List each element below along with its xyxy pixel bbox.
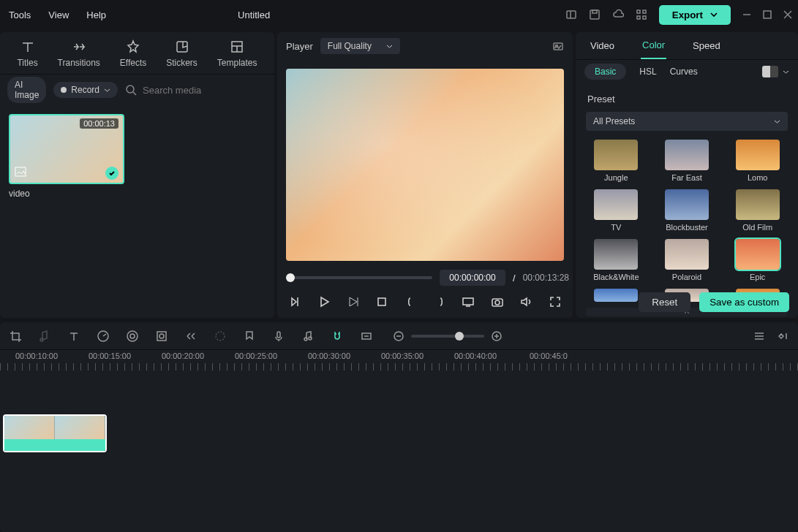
- camera-icon[interactable]: [491, 295, 503, 308]
- marker-icon[interactable]: [243, 330, 256, 343]
- video-track[interactable]: [0, 410, 798, 457]
- clip-name: video: [9, 189, 124, 199]
- preset-tv[interactable]: TV: [586, 189, 647, 232]
- subtab-hsl[interactable]: HSL: [639, 66, 656, 77]
- svg-point-29: [40, 338, 43, 341]
- svg-point-28: [495, 300, 500, 305]
- mask-icon[interactable]: [155, 330, 168, 343]
- preview-viewport[interactable]: [286, 69, 564, 261]
- menu-view[interactable]: View: [48, 10, 69, 20]
- preset-lomo[interactable]: Lomo: [727, 140, 788, 182]
- mark-in-icon[interactable]: [404, 295, 417, 308]
- chevron-down-icon: [104, 87, 110, 94]
- scrubber[interactable]: [286, 276, 432, 279]
- audio-icon[interactable]: [38, 330, 51, 343]
- search-input[interactable]: [143, 85, 266, 96]
- inspector-panel: Video Color Speed Basic HSL Curves Prese…: [576, 32, 798, 318]
- preset-polaroid[interactable]: Polaroid: [657, 239, 718, 281]
- ai-image-button[interactable]: AI Image: [7, 77, 46, 103]
- svg-rect-9: [764, 11, 771, 18]
- crop-icon[interactable]: [9, 330, 22, 343]
- snapshot-icon[interactable]: [552, 40, 564, 52]
- reset-button[interactable]: Reset: [639, 292, 690, 312]
- tab-titles[interactable]: Titles: [17, 39, 37, 68]
- preset-jungle[interactable]: Jungle: [586, 140, 647, 182]
- next-frame-icon[interactable]: [347, 295, 359, 308]
- svg-rect-6: [637, 16, 640, 19]
- more-tools-icon[interactable]: [184, 330, 197, 343]
- tab-color[interactable]: Color: [641, 32, 666, 59]
- preset-far-east[interactable]: Far East: [657, 140, 718, 182]
- preset-bw[interactable]: Black&White: [586, 239, 647, 281]
- preset-more-1[interactable]: [586, 289, 647, 302]
- play-icon[interactable]: [317, 295, 330, 308]
- quality-select[interactable]: Full Quality: [320, 38, 400, 54]
- cloud-icon[interactable]: [612, 9, 624, 20]
- prev-frame-icon[interactable]: [289, 295, 301, 308]
- preset-select[interactable]: All Presets: [586, 112, 788, 131]
- svg-rect-7: [643, 16, 646, 19]
- stop-icon[interactable]: [375, 295, 388, 308]
- subtab-curves[interactable]: Curves: [670, 66, 698, 77]
- mark-out-icon[interactable]: [433, 295, 445, 308]
- save-icon[interactable]: [589, 9, 601, 20]
- tab-video[interactable]: Video: [589, 33, 616, 58]
- speed-icon[interactable]: [97, 330, 110, 343]
- magnetic-icon[interactable]: [331, 330, 344, 343]
- save-custom-button[interactable]: Save as custom: [699, 292, 789, 312]
- zoom-in-icon[interactable]: [490, 330, 503, 343]
- time-separator: /: [513, 273, 516, 284]
- chevron-down-icon: [774, 118, 780, 125]
- voiceover-icon[interactable]: [272, 330, 285, 343]
- tab-effects[interactable]: Effects: [120, 39, 146, 68]
- subtab-basic[interactable]: Basic: [584, 64, 626, 80]
- tab-templates[interactable]: Templates: [217, 39, 257, 68]
- library-panel: Titles Transitions Effects Stickers Temp…: [0, 32, 274, 318]
- preset-blockbuster[interactable]: Blockbuster: [657, 189, 718, 232]
- volume-icon[interactable]: [519, 295, 532, 308]
- timeline-clip[interactable]: [3, 414, 107, 452]
- close-icon[interactable]: [783, 10, 792, 19]
- svg-point-35: [216, 332, 225, 341]
- current-time[interactable]: 00:00:00:00: [440, 270, 505, 286]
- chevron-down-icon[interactable]: [783, 69, 789, 75]
- preset-old-film[interactable]: Old Film: [727, 189, 788, 232]
- svg-rect-2: [590, 10, 599, 19]
- preset-heading: Preset: [587, 94, 788, 104]
- export-label: Export: [672, 10, 703, 20]
- timeline-panel: 00:00:10:0000:00:15:0000:00:20:0000:00:2…: [0, 322, 798, 532]
- apps-icon[interactable]: [636, 9, 647, 20]
- search-icon[interactable]: [125, 84, 137, 96]
- minimize-icon[interactable]: [742, 10, 751, 19]
- check-icon: [105, 167, 118, 180]
- tab-speed[interactable]: Speed: [691, 33, 722, 58]
- color-icon[interactable]: [126, 330, 139, 343]
- compare-icon[interactable]: [762, 66, 778, 77]
- player-label: Player: [286, 41, 313, 52]
- title-bar: Tools View Help Untitled Export: [0, 0, 798, 29]
- timeline-ruler[interactable]: 00:00:10:0000:00:15:0000:00:20:0000:00:2…: [0, 350, 798, 373]
- zoom-out-icon[interactable]: [392, 330, 405, 343]
- text-icon[interactable]: [67, 330, 80, 343]
- media-clip[interactable]: 00:00:13 video: [9, 114, 124, 309]
- maximize-icon[interactable]: [763, 10, 772, 19]
- clip-thumbnail[interactable]: 00:00:13: [9, 114, 124, 184]
- menu-tools[interactable]: Tools: [9, 10, 31, 20]
- fullscreen-icon[interactable]: [549, 295, 561, 308]
- music-icon[interactable]: [301, 330, 315, 343]
- menu-help[interactable]: Help: [86, 10, 106, 20]
- preset-epic[interactable]: Epic: [727, 239, 788, 281]
- effects-tl-icon[interactable]: [214, 330, 227, 343]
- record-button[interactable]: Record: [53, 82, 118, 98]
- total-time: 00:00:13:28: [523, 273, 569, 283]
- zoom-slider[interactable]: [411, 335, 484, 338]
- list-icon[interactable]: [753, 330, 766, 343]
- tab-transitions[interactable]: Transitions: [58, 39, 100, 68]
- export-button[interactable]: Export: [659, 5, 731, 25]
- settings-icon[interactable]: [776, 330, 789, 343]
- tab-stickers[interactable]: Stickers: [166, 39, 197, 68]
- fit-icon[interactable]: [360, 330, 373, 343]
- layout-icon[interactable]: [565, 9, 577, 20]
- display-icon[interactable]: [462, 295, 474, 308]
- main-menu: Tools View Help: [6, 10, 106, 20]
